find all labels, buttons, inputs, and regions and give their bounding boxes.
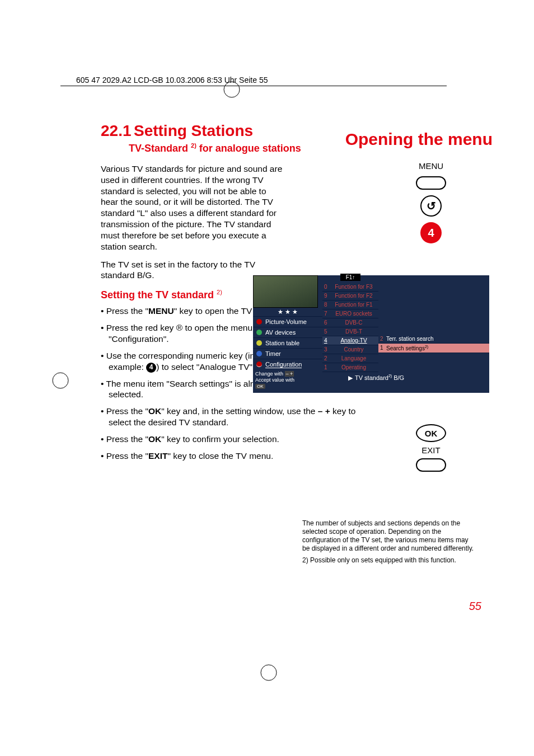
tv-menu-middle-column: F1↑ 0Function for F3 9Function for F2 8F… <box>322 275 378 372</box>
right-item: 2Terr. station search <box>378 335 489 344</box>
red-dot-icon <box>256 319 262 325</box>
opening-menu-title: Opening the menu <box>345 130 493 149</box>
tv-thumbnail <box>253 275 318 308</box>
instruction-item: Press the "OK" key and, in the setting w… <box>101 406 381 428</box>
mid-item: 9Function for F2 <box>322 292 378 300</box>
tv-menu-sidebar: ★ ★ ★ Picture·Volume AV devices Station … <box>253 275 322 391</box>
back-key-icon: ↺ <box>420 195 442 217</box>
mid-item: 6DVB-C <box>322 318 378 327</box>
intro-paragraph-1: Various TV standards for picture and sou… <box>101 163 285 252</box>
sidebar-help-text: Change with – + Accept value with OK <box>253 369 322 391</box>
right-item-search-settings: 1Search settings2) <box>378 344 489 353</box>
menu-key-icon <box>416 176 446 190</box>
blue-dot-icon <box>256 351 262 356</box>
sidebar-item-configuration: Configuration <box>253 359 322 369</box>
instruction-item: Press the "EXIT" key to close the TV men… <box>101 450 381 462</box>
instruction-list-bottom: Press the "OK" key and, in the setting w… <box>101 406 381 461</box>
instruction-item: Press the "OK" key to confirm your selec… <box>101 434 381 445</box>
f1-tab: F1↑ <box>340 274 360 281</box>
triangle-icon: ▶ <box>348 374 353 381</box>
numeric-key-icon: 4 <box>146 363 156 373</box>
tv-menu-screenshot: ★ ★ ★ Picture·Volume AV devices Station … <box>253 275 489 393</box>
footnote-text-2: 2) Possible only on sets equipped with t… <box>302 556 476 565</box>
tv-standard-value-line: ▶TV standard2) B/G <box>348 374 404 382</box>
header-rule <box>60 86 447 86</box>
menu-key-label: MENU <box>419 161 443 171</box>
sidebar-item: Picture·Volume <box>253 316 322 327</box>
footnote-block: The number of subjects and sections depe… <box>302 519 476 568</box>
exit-key-label: EXIT <box>421 445 440 455</box>
ok-key-icon: OK <box>416 424 446 442</box>
page-number: 55 <box>469 600 481 613</box>
content-area: 22.1 Setting Stations TV-Standard 2) for… <box>101 122 493 467</box>
red-dot-icon <box>256 361 262 367</box>
mid-item: 0Function for F3 <box>322 283 378 292</box>
page: 605 47 2029.A2 LCD-GB 10.03.2006 8:53 Uh… <box>0 0 534 756</box>
numeric-4-key-icon: 4 <box>420 222 442 243</box>
mid-item: 5DVB-T <box>322 327 378 336</box>
stars-row: ★ ★ ★ <box>253 308 322 316</box>
yellow-dot-icon <box>256 340 262 346</box>
section-number: 22.1 <box>101 122 132 139</box>
mid-item-analog-tv: 4Analog-TV <box>322 336 378 345</box>
footnote-text-1: The number of subjects and sections depe… <box>302 519 476 553</box>
mid-item: 2Language <box>322 354 378 363</box>
section-title: Setting Stations <box>134 122 253 139</box>
ok-exit-sequence: OK EXIT <box>392 424 470 472</box>
remote-sequence: MENU ↺ 4 <box>392 161 470 243</box>
svg-point-8 <box>261 665 277 680</box>
mid-item: 8Function for F1 <box>322 300 378 309</box>
exit-key-icon <box>416 458 446 472</box>
svg-point-5 <box>53 373 68 388</box>
mid-item: 1Operating <box>322 363 378 372</box>
sidebar-item: AV devices <box>253 327 322 337</box>
mid-item: 3Country <box>322 345 378 354</box>
sidebar-item: Timer <box>253 348 322 359</box>
tv-menu-right-column: 2Terr. station search 1Search settings2) <box>378 335 489 353</box>
green-dot-icon <box>256 330 262 335</box>
mid-item: 7EURO sockets <box>322 309 378 318</box>
sidebar-item: Station table <box>253 337 322 348</box>
print-header: 605 47 2029.A2 LCD-GB 10.03.2006 8:53 Uh… <box>76 76 268 84</box>
